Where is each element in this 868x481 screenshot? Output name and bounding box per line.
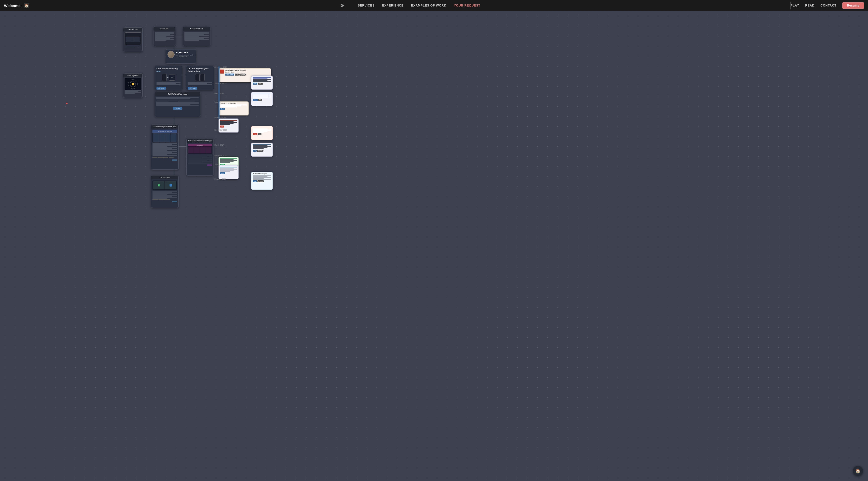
red-dot [66,103,68,104]
nav-link-play[interactable]: PLAY [790,4,799,7]
card-solar-system[interactable]: Solar System [123,73,143,98]
card-exp-july2015[interactable]: Obj-C [218,165,239,179]
card-exp-march2017[interactable]: iOS Android [251,142,273,157]
nav-link-request[interactable]: YOUR REQUEST [454,4,480,7]
schedulicity-consumer-header: Schedulicity Consumer App [187,139,213,142]
nav-right: PLAY READ CONTACT Resume [790,2,864,9]
nav-link-services[interactable]: SERVICES [358,4,375,7]
resume-button[interactable]: Resume [842,2,864,9]
card-exp-winter2022[interactable]: Contract iOS Engineer Swift [218,101,249,116]
tic-tac-toe-body [123,31,143,51]
solar-system-header: Solar System [123,73,143,77]
navigation: Welcome! 🏠 ⚙ SERVICES EXPERIENCE EXAMPLE… [0,0,868,11]
nav-link-contact[interactable]: CONTACT [820,4,836,7]
canvas[interactable]: Tic Tac Toe About Me [0,11,868,481]
about-me-header: About Me [153,27,175,31]
card-improve-app[interactable]: Or Let's Improve your Existing App Learn… [186,66,214,90]
schedulicity-biz-header: Schedulicity Business App [151,125,178,129]
schedulicity-consumer-body: Schedulicity [187,142,213,167]
improve-app-body: Or Let's Improve your Existing App Learn… [186,66,214,90]
timeline-feb-2015: February 2015 [215,178,226,180]
nav-brand: Welcome! 🏠 [4,3,29,8]
nav-link-examples[interactable]: EXAMPLES OF WORK [411,4,446,7]
timeline-dec-2015: December 2015 [215,155,227,156]
timeline-feb-2019: February 2019 [215,117,226,118]
timeline-dec-2023: December 2023 [215,66,227,68]
card-hi-dario[interactable]: Hi, I'm Dario Let me show you what I can… [166,49,196,64]
cached-app-body: ✓ [151,179,178,203]
card-tell-me[interactable]: Tell Me What You Need Submit [155,92,200,117]
card-cached-app[interactable]: Cached App ✓ [151,175,179,208]
card-lets-build[interactable]: Let's Build Something New + APP Get Star… [155,66,182,90]
timeline-summer-2022: Summer 2022 [215,83,225,84]
card-exp-blue-1[interactable] [218,66,219,119]
card-about-me[interactable]: About Me [153,27,175,46]
timeline-march-2017: March 2017 [215,144,224,146]
solar-system-body [123,77,143,95]
card-how-i-can-help[interactable]: How I Can Help [183,27,211,46]
float-home-button[interactable]: 🏠 [853,466,863,476]
how-i-can-help-header: How I Can Help [183,27,210,31]
nav-link-read[interactable]: READ [805,4,814,7]
card-exp-nov2017[interactable]: Swift RN [251,126,273,140]
card-schedulicity-consumer[interactable]: Schedulicity Consumer App Schedulicity [186,138,214,176]
tell-me-header: Tell Me What You Need [155,92,200,96]
nav-link-experience[interactable]: EXPERIENCE [382,4,403,7]
nav-home-icon[interactable]: 🏠 [24,3,29,8]
card-exp-summer2022[interactable]: Swift Obj-C [251,75,273,90]
tell-me-body: Submit [155,96,200,111]
card-tic-tac-toe[interactable]: Tic Tac Toe [123,27,143,52]
card-exp-march2022[interactable]: React TS [251,92,273,106]
hi-dario-body: Hi, I'm Dario Let me show you what I can… [166,50,196,60]
timeline-nov-2017: November 2017 [215,129,227,131]
tic-tac-toe-header: Tic Tac Toe [123,28,143,31]
schedulicity-biz-body: Schedulicity for Business [151,129,178,162]
card-exp-feb2015[interactable]: Backend Developer PHP MySQL [251,172,273,190]
card-schedulicity-business[interactable]: Schedulicity Business App Schedulicity f… [151,125,179,170]
nav-title: Welcome! [4,3,22,8]
cached-app-header: Cached App [151,175,178,179]
how-i-can-help-body [183,31,210,42]
nav-center: ⚙ SERVICES EXPERIENCE EXAMPLES OF WORK Y… [29,2,790,8]
gear-icon[interactable]: ⚙ [339,2,345,8]
about-me-body [153,31,175,42]
lets-build-body: Let's Build Something New + APP Get Star… [155,66,182,90]
